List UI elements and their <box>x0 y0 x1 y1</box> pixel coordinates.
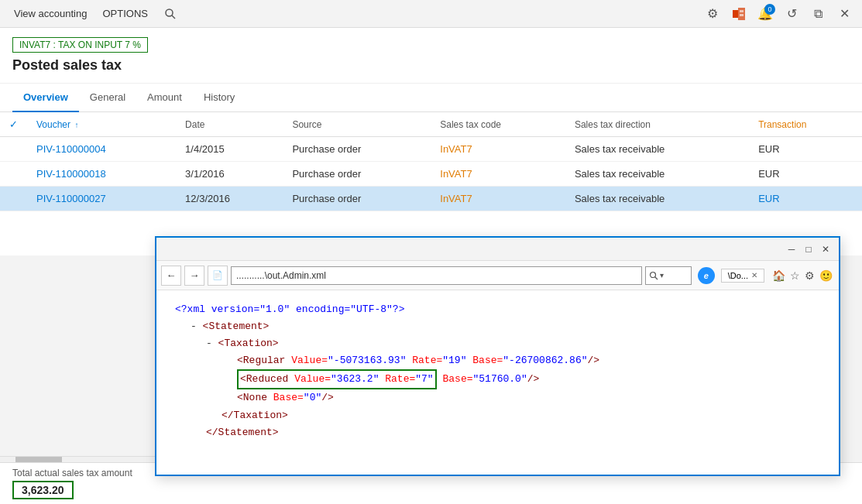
row-tax-code[interactable]: InVAT7 <box>431 162 565 187</box>
row-currency: EUR <box>749 187 862 211</box>
xml-highlight-reduced: <Reduced Value="3623.2" Rate="7" <box>237 369 437 389</box>
notifications-icon[interactable]: 🔔 0 <box>754 2 777 26</box>
star-icon[interactable]: ☆ <box>788 268 802 283</box>
col-date[interactable]: Date <box>176 112 283 137</box>
home-icon[interactable]: 🏠 <box>771 268 787 283</box>
notification-badge: 0 <box>764 4 775 15</box>
col-direction[interactable]: Sales tax direction <box>565 112 749 137</box>
xml-val-regular: "-5073163.93" <box>328 355 412 366</box>
maximize-button[interactable]: □ <box>800 241 817 258</box>
row-source: Purchase order <box>283 187 431 211</box>
xml-statement-close: </Statement> <box>206 424 820 441</box>
top-bar: View accounting OPTIONS ⚙ 🔔 0 ↺ ⧉ ✕ <box>0 0 862 28</box>
table-row[interactable]: PIV-110000018 3/1/2016 Purchase order In… <box>0 162 862 187</box>
col-transaction[interactable]: Transaction <box>749 112 862 137</box>
xml-right-icons: 🏠 ☆ ⚙ 🙂 <box>771 268 834 283</box>
view-accounting-link[interactable]: View accounting <box>6 2 94 26</box>
xml-tab-area: \Do... ✕ <box>721 269 764 283</box>
xml-val-reduced-rate: "7" <box>415 373 433 385</box>
xml-tag-none: <None <box>237 392 273 403</box>
sort-arrow-icon: ↑ <box>74 121 78 129</box>
row-tax-code[interactable]: InVAT7 <box>431 137 565 162</box>
svg-point-0 <box>166 9 173 16</box>
close-button[interactable]: ✕ <box>817 241 834 258</box>
xml-tag-reduced: <Reduced <box>240 373 294 385</box>
xml-tag-regular: <Regular <box>237 355 291 366</box>
row-tax-code[interactable]: InVAT7 <box>431 187 565 211</box>
xml-content-area: <?xml version="1.0" encoding="UTF-8"?> -… <box>156 290 839 475</box>
xml-tag-none-close: /> <box>321 392 334 403</box>
emoji-icon[interactable]: 🙂 <box>818 268 834 283</box>
row-check <box>0 187 27 211</box>
search-arrow: ▾ <box>660 271 664 279</box>
tax-code-badge: INVAT7 : TAX ON INPUT 7 % <box>12 37 148 53</box>
col-source[interactable]: Source <box>283 112 431 137</box>
total-value: 3,623.20 <box>12 481 74 499</box>
tab-general[interactable]: General <box>79 84 136 112</box>
address-bar[interactable] <box>231 266 642 285</box>
top-bar-right: ⚙ 🔔 0 ↺ ⧉ ✕ <box>701 2 856 26</box>
office-icon[interactable] <box>727 2 750 26</box>
svg-line-7 <box>654 276 658 279</box>
xml-regular-line: <Regular Value="-5073163.93" Rate="19" B… <box>237 352 820 369</box>
xml-attr-rate: Rate= <box>412 355 442 366</box>
xml-val-none-base: "0" <box>304 392 321 403</box>
page-title: Posted sales tax <box>12 57 850 74</box>
row-currency: EUR <box>749 162 862 187</box>
xml-pi-line: <?xml version="1.0" encoding="UTF-8"?> <box>175 301 820 318</box>
page-icon-button: 📄 <box>208 266 228 286</box>
back-button[interactable]: ← <box>161 266 181 286</box>
col-check: ✓ <box>0 112 27 137</box>
svg-rect-4 <box>740 10 744 12</box>
minimize-button[interactable]: ─ <box>783 241 800 258</box>
tab-overview[interactable]: Overview <box>12 84 79 112</box>
col-tax-code[interactable]: Sales tax code <box>431 112 565 137</box>
xml-attr-reduced-base: Base= <box>442 373 472 385</box>
xml-reduced-line: <Reduced Value="3623.2" Rate="7" Base="5… <box>237 369 820 389</box>
xml-dash: - <box>191 321 203 332</box>
xml-val-rate: "19" <box>442 355 472 366</box>
row-direction: Sales tax receivable <box>565 162 749 187</box>
xml-search-field[interactable]: ▾ <box>645 266 692 285</box>
row-check <box>0 162 27 187</box>
table-row[interactable]: PIV-110000027 12/3/2016 Purchase order I… <box>0 187 862 211</box>
voucher-link[interactable]: PIV-110000018 <box>27 162 176 187</box>
row-date: 1/4/2015 <box>176 137 283 162</box>
xml-attr-reduced-rate: Rate= <box>385 373 415 385</box>
forward-button[interactable]: → <box>184 266 204 286</box>
col-voucher[interactable]: Voucher ↑ <box>27 112 176 137</box>
gear-icon[interactable]: ⚙ <box>803 268 816 283</box>
voucher-link[interactable]: PIV-110000004 <box>27 137 176 162</box>
xml-tab[interactable]: \Do... ✕ <box>721 269 764 283</box>
browser-icon: e <box>698 267 715 284</box>
tab-bar: Overview General Amount History <box>0 84 862 112</box>
xml-tab-close-icon[interactable]: ✕ <box>751 271 757 279</box>
xml-none-line: <None Base="0"/> <box>237 389 820 406</box>
table-row[interactable]: PIV-110000004 1/4/2015 Purchase order In… <box>0 137 862 162</box>
row-source: Purchase order <box>283 137 431 162</box>
window-icon[interactable]: ⧉ <box>806 2 829 26</box>
row-date: 3/1/2016 <box>176 162 283 187</box>
refresh-icon[interactable]: ↺ <box>780 2 803 26</box>
tab-history[interactable]: History <box>193 84 246 112</box>
close-icon[interactable]: ✕ <box>833 2 856 26</box>
voucher-link[interactable]: PIV-110000027 <box>27 187 176 211</box>
row-date: 12/3/2016 <box>176 187 283 211</box>
xml-attr-reduced-value: Value= <box>294 373 331 385</box>
voucher-table: ✓ Voucher ↑ Date Source Sales tax code S… <box>0 112 862 211</box>
horizontal-scrollbar[interactable] <box>0 456 155 462</box>
xml-tag-statement-close: </Statement> <box>206 427 279 438</box>
page-header: INVAT7 : TAX ON INPUT 7 % Posted sales t… <box>0 28 862 84</box>
settings-icon[interactable]: ⚙ <box>701 2 724 26</box>
row-currency: EUR <box>749 137 862 162</box>
options-menu[interactable]: OPTIONS <box>94 2 156 26</box>
xml-processing-instruction: <?xml version="1.0" encoding="UTF-8"?> <box>175 303 404 315</box>
xml-taxation-open: - <Taxation> <box>206 335 820 352</box>
xml-attr-value: Value= <box>291 355 328 366</box>
tab-amount[interactable]: Amount <box>136 84 193 112</box>
xml-tag-taxation-open: <Taxation> <box>218 338 279 349</box>
xml-tab-label: \Do... <box>728 271 748 280</box>
search-button[interactable] <box>162 5 179 22</box>
xml-taxation-close: </Taxation> <box>222 407 820 424</box>
row-direction: Sales tax receivable <box>565 137 749 162</box>
